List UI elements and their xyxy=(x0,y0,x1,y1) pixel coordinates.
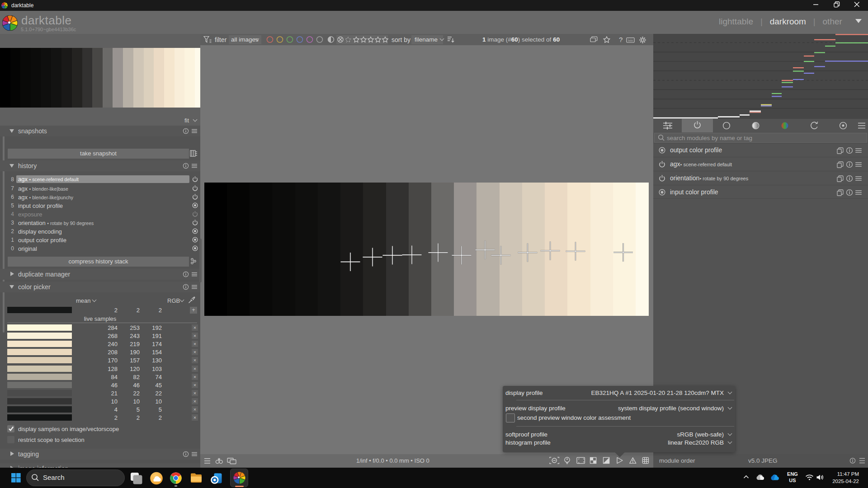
svg-text:?: ? xyxy=(619,36,623,43)
